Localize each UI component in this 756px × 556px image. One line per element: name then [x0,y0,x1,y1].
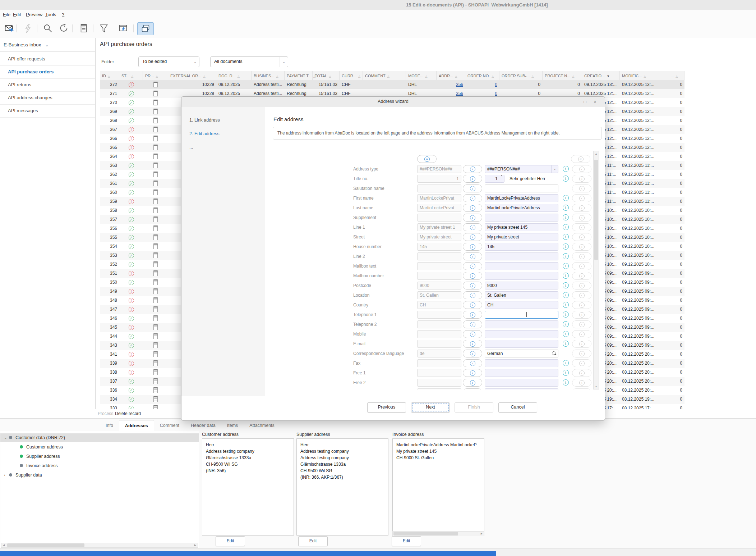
abacus-telephone-2-input[interactable] [485,320,558,328]
document-icon[interactable] [153,252,158,258]
cancel-button[interactable]: Cancel [498,402,537,413]
transfer-left-button-mailbox-number[interactable]: ‹ [572,272,591,280]
column-header-id[interactable]: ID△ [100,71,119,81]
document-icon[interactable] [153,351,158,357]
transfer-right-button-salutation-name[interactable]: › [463,184,482,192]
document-icon[interactable] [153,261,158,267]
document-icon[interactable] [153,306,158,312]
delete-record-link[interactable]: Delete record [115,411,141,416]
column-header-addr[interactable]: ADDR...△ [437,71,465,81]
transfer-left-button-salutation-name[interactable]: ‹ [572,184,591,192]
transfer-right-button-mailbox-number[interactable]: › [463,272,482,280]
supplier-address-edit-button[interactable]: Edit [298,536,328,546]
customer-address-edit-button[interactable]: Edit [216,536,245,546]
minimize-icon[interactable]: – [572,98,580,105]
document-icon[interactable] [153,82,158,87]
transfer-left-button-location[interactable]: ‹ [572,291,591,299]
scroll-left-icon[interactable]: ◀ [1,543,6,547]
search-icon[interactable] [42,23,53,34]
info-icon-postcode[interactable]: i [563,282,569,288]
abacus-postcode-input[interactable]: 9000 [485,282,558,290]
menu-item-preview[interactable]: Preview [26,12,42,17]
refresh-icon[interactable] [59,23,69,34]
chevron-down-icon[interactable]: ⌄ [280,57,288,67]
document-icon[interactable] [153,234,158,240]
transfer-left-button-mailbox-text[interactable]: ‹ [572,262,591,270]
transfer-left-button-telephone-1[interactable]: ‹ [572,311,591,319]
abacus-telephone-1-input[interactable] [485,311,558,319]
info-icon-free-1[interactable]: i [563,370,569,376]
transfer-left-button-fax[interactable]: ‹ [572,359,591,367]
transfer-right-button-line-1[interactable]: › [463,223,482,231]
abacus-mobile-input[interactable] [485,330,558,338]
document-icon[interactable] [153,324,158,330]
document-icon[interactable] [153,163,158,168]
transfer-right-button-telephone-1[interactable]: › [463,311,482,319]
finish-button[interactable]: Finish [455,402,493,413]
wizard-step-1[interactable]: 1. Link address [189,118,220,123]
document-icon[interactable] [153,172,158,177]
tree-horizontal-scrollbar[interactable]: ◀ ▶ [1,543,198,548]
abacus-street-input[interactable]: My private street [485,233,558,241]
transfer-left-button-e-mail[interactable]: ‹ [572,340,591,348]
transfer-left-button-line-1[interactable]: ‹ [572,223,591,231]
abacus-free-2-input[interactable] [485,379,558,387]
maximize-icon[interactable]: □ [581,98,589,105]
column-header-creatio[interactable]: CREATIO...▼ [582,71,620,81]
transfer-right-button-supplement[interactable]: › [463,214,482,222]
search-icon[interactable] [552,351,557,356]
document-icon[interactable] [153,145,158,150]
document-icon[interactable] [153,100,158,105]
menu-item-edit[interactable]: Edit [13,12,21,17]
document-icon[interactable] [153,208,158,213]
transfer-left-button-title-no-[interactable]: ‹ [572,175,591,183]
menu-item-file[interactable]: File [3,12,10,17]
abacus-address-type-input[interactable]: ###PERSON###⌄ [485,165,558,173]
filter-icon[interactable] [98,23,109,34]
transfer-left-button-country[interactable]: ‹ [572,301,591,309]
invoice-address-edit-button[interactable]: Edit [392,536,421,546]
transfer-left-button-address-type[interactable]: ‹ [572,165,591,173]
transfer-right-button-free-1[interactable]: › [463,369,482,377]
column-header-project[interactable]: PROJECT N...△ [543,71,582,81]
transfer-left-button-free-2[interactable]: ‹ [572,379,591,387]
transfer-right-button-telephone-2[interactable]: › [463,320,482,328]
info-icon-telephone-2[interactable]: i [563,321,569,327]
abacus-title-no--input[interactable]: 1▲▼ [485,175,504,183]
document-list-icon[interactable] [78,23,89,34]
abacus-line-2-input[interactable] [485,252,558,260]
chevron-down-icon[interactable]: ⌄ [551,165,558,173]
column-header-pr[interactable]: PR...△ [143,71,168,81]
document-icon[interactable] [153,91,158,96]
column-header-total[interactable]: TOTAL△ [313,71,340,81]
info-icon-location[interactable]: i [563,292,569,298]
transfer-right-button-mobile[interactable]: › [463,330,482,338]
transfer-right-button-street[interactable]: › [463,233,482,241]
transfer-left-button-free-1[interactable]: ‹ [572,369,591,377]
transfer-right-button-first-name[interactable]: › [463,194,482,202]
abacus-free-1-input[interactable] [485,369,558,377]
document-icon[interactable] [153,270,158,276]
column-header-pay[interactable]: PAYMENT T...△ [285,71,313,81]
info-icon-first-name[interactable]: i [563,195,569,201]
document-icon[interactable] [153,297,158,303]
info-icon-title-no-[interactable]: i [563,176,569,182]
info-icon-mobile[interactable]: i [563,331,569,337]
abacus-e-mail-input[interactable] [485,340,558,348]
menu-item-[interactable]: ? [62,12,64,17]
sidebar-item-api-returns[interactable]: API returns [0,78,95,92]
transfer-right-button-e-mail[interactable]: › [463,340,482,348]
transfer-left-button-house-number[interactable]: ‹ [572,243,591,251]
transfer-all-left-button[interactable]: « [571,155,590,163]
column-header-st[interactable]: ST...△ [119,71,143,81]
transfer-left-button-telephone-2[interactable]: ‹ [572,320,591,328]
column-header-orderno[interactable]: ORDER NO.△ [465,71,499,81]
document-icon[interactable] [153,243,158,249]
transfer-all-right-button[interactable]: » [417,155,437,163]
spinner-icon[interactable]: ▲▼ [499,175,504,182]
info-icon-supplement[interactable]: i [563,214,569,220]
column-header-last[interactable]: ...△ [668,71,684,81]
document-icon[interactable] [153,181,158,186]
wizard-step-2[interactable]: 2. Edit address [189,131,219,136]
document-icon[interactable] [153,360,158,366]
